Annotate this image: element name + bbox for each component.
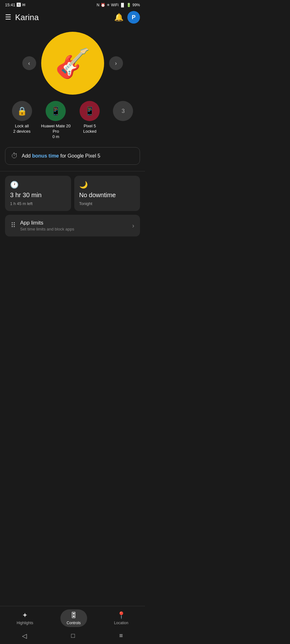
app-limits-icon: ⠿ [11,221,16,230]
bonus-text: Add bonus time for Google Pixel 5 [22,153,100,159]
device-card-huawei[interactable]: 📱 Huawei Mate 20Pro0 m [41,101,71,140]
app-limits-card[interactable]: ⠿ App limits Set time limits and block a… [5,215,140,236]
signal-icon: ▐▌ [120,3,125,7]
carousel-center: 🎸 [41,32,104,95]
device-card-extra[interactable]: 3 [109,101,137,124]
pixel5-icon: 📱 [80,101,100,121]
status-bar: 15:41 🅽 ✉ N ⏰ ✳ WiFi ▐▌ 🔋 99% [0,0,145,8]
downtime-value: No downtime [79,192,135,199]
page-title: Karina [15,13,39,22]
wifi-icon: WiFi [111,3,119,7]
avatar[interactable]: P [127,11,140,24]
menu-icon[interactable]: ☰ [5,13,11,21]
moon-icon: 🌙 [79,181,135,189]
header: ☰ Karina 🔔 P [0,8,145,29]
device-label-huawei: Huawei Mate 20Pro0 m [41,124,71,140]
gmail-icon: ✉ [22,3,25,7]
guitar-icon: 🎸 [55,47,90,80]
battery-percent: 99% [132,3,140,7]
downtime-period: Tonight [79,201,135,206]
lock-all-icon: 🔒 [12,101,32,121]
app-limits-text: App limits Set time limits and block app… [20,220,128,231]
timer-icon: ⏱ [11,152,18,160]
app-limits-subtitle: Set time limits and block apps [20,227,128,231]
status-left: 15:41 🅽 ✉ [5,3,25,7]
screen-time-left: 1 h 45 m left [10,201,66,206]
nfc-icon: 🅽 [17,3,21,7]
carousel-prev-button[interactable]: ‹ [22,56,36,70]
bonus-highlight: bonus time [32,153,59,158]
nfc-status-icon: N [97,3,99,7]
battery-icon: 🔋 [126,3,131,7]
section-divider [0,171,145,171]
clock-icon: 🕐 [10,181,66,189]
huawei-icon: 📱 [46,101,66,121]
chevron-right-icon: › [132,222,134,229]
bluetooth-icon: ✳ [107,3,110,7]
extra-icon: 3 [113,101,133,121]
status-time: 15:41 [5,3,15,7]
carousel-next-button[interactable]: › [109,56,123,70]
status-right: N ⏰ ✳ WiFi ▐▌ 🔋 99% [97,3,140,7]
downtime-card: 🌙 No downtime Tonight [74,176,140,211]
notification-bell-icon[interactable]: 🔔 [114,13,124,22]
bonus-time-banner[interactable]: ⏱ Add bonus time for Google Pixel 5 [5,147,140,165]
app-limits-title: App limits [20,220,128,226]
screen-time-value: 3 hr 30 min [10,192,66,199]
device-label-pixel5: Pixel 5Locked [83,124,97,134]
device-card-pixel5[interactable]: 📱 Pixel 5Locked [75,101,104,134]
carousel-section: ‹ 🎸 › [0,29,145,101]
device-label-lock-all: Lock all2 devices [13,124,31,134]
alarm-icon: ⏰ [101,3,105,7]
stats-row: 🕐 3 hr 30 min 1 h 45 m left 🌙 No downtim… [5,176,140,211]
device-card-lock-all[interactable]: 🔒 Lock all2 devices [8,101,36,134]
devices-row: 🔒 Lock all2 devices 📱 Huawei Mate 20Pro0… [0,101,145,147]
screen-time-card: 🕐 3 hr 30 min 1 h 45 m left [5,176,71,211]
